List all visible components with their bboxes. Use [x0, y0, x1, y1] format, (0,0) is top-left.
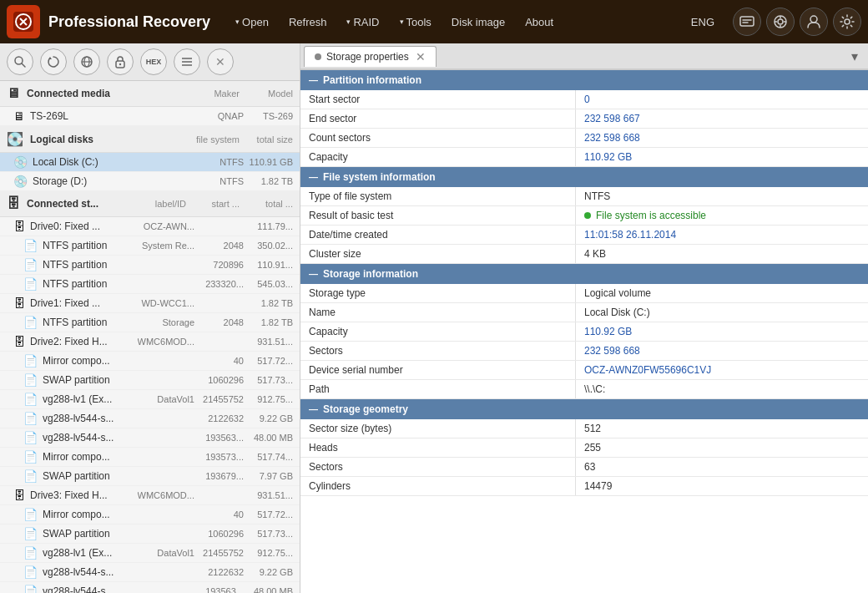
disk-c-size: 110.91 GB [247, 157, 293, 167]
prop-row-partition-info-0: Start sector0 [300, 90, 868, 109]
status-dot-1-1 [584, 212, 591, 219]
storage-item-start-13: 193679... [198, 471, 244, 481]
logical-disks-icon: 💽 [7, 131, 23, 147]
storage-item-start-14 [198, 490, 244, 500]
storage-properties-tab[interactable]: Storage properties ✕ [304, 46, 437, 67]
ld-col1: file system [189, 134, 240, 144]
prop-row-storage-info-5: Path\\.\C: [300, 380, 868, 399]
storage-item-11[interactable]: 📄vg288-lv544-s...193563...48.00 MB [0, 428, 300, 448]
storage-item-19[interactable]: 📄vg288-lv544-s...193563...48.00 MB [0, 582, 300, 593]
storage-item-9[interactable]: 📄vg288-lv1 (Ex...DataVol121455752912.75.… [0, 390, 300, 409]
svg-point-4 [778, 19, 783, 24]
storage-item-7[interactable]: 📄Mirror compo...40517.72... [0, 352, 300, 371]
prop-value-filesystem-info-1: File system is accessible [576, 206, 868, 225]
prop-value-storage-geometry-0: 512 [576, 419, 868, 438]
prop-value-partition-info-1: 232 598 667 [576, 109, 868, 128]
user-icon[interactable] [800, 8, 828, 36]
storage-item-total-1: 350.02... [247, 241, 293, 251]
storage-item-start-15: 40 [198, 509, 244, 520]
tab-close-btn[interactable]: ✕ [416, 50, 426, 63]
disk-d[interactable]: 💿 Storage (D:) NTFS 1.82 TB [0, 172, 300, 191]
menu-about[interactable]: About [517, 11, 562, 33]
storage-item-icon-19: 📄 [23, 585, 38, 593]
menu-open[interactable]: ▾ Open [227, 11, 277, 33]
storage-item-name-14: Drive3: Fixed H... [30, 489, 138, 501]
section-header-filesystem-info[interactable]: — File system information [300, 167, 868, 187]
storage-item-icon-6: 🗄 [13, 335, 25, 348]
storage-item-3[interactable]: 📄NTFS partition233320...545.03... [0, 275, 300, 294]
storage-item-start-17: 21455752 [198, 548, 244, 558]
logical-disks-header: 💽 Logical disks file system total size [0, 126, 300, 153]
close-tool-btn[interactable]: ✕ [207, 48, 234, 75]
messages-icon[interactable] [733, 8, 761, 36]
cs-col1: label/ID [136, 199, 186, 209]
menu-tools[interactable]: ▾ Tools [391, 11, 440, 33]
storage-item-18[interactable]: 📄vg288-lv544-s...21226329.22 GB [0, 563, 300, 582]
prop-label-partition-info-0: Start sector [300, 90, 576, 109]
storage-item-10[interactable]: 📄vg288-lv544-s...21226329.22 GB [0, 409, 300, 428]
disk-d-name: Storage (D:) [33, 175, 198, 187]
lock-tool-btn[interactable] [107, 48, 134, 75]
storage-item-name-16: SWAP partition [43, 528, 149, 540]
settings-icon[interactable] [833, 8, 861, 36]
storage-item-15[interactable]: 📄Mirror compo...40517.72... [0, 505, 300, 525]
prop-label-filesystem-info-3: Cluster size [300, 245, 576, 263]
menu-disk-image[interactable]: Disk image [443, 11, 513, 33]
storage-item-icon-1: 📄 [23, 239, 38, 252]
storage-item-start-18: 2122632 [198, 567, 244, 577]
prop-row-storage-info-0: Storage typeLogical volume [300, 284, 868, 303]
section-header-partition-info[interactable]: — Partition information [300, 70, 868, 90]
cs-label: Connected st... [27, 198, 98, 210]
storage-item-1[interactable]: 📄NTFS partitionSystem Re...2048350.02... [0, 236, 300, 256]
tab-dropdown-btn[interactable]: ▾ [845, 45, 865, 68]
lang-button[interactable]: ENG [683, 11, 723, 33]
storage-item-6[interactable]: 🗄Drive2: Fixed H...WMC6MOD...931.51... [0, 332, 300, 352]
tab-label: Storage properties [326, 51, 409, 63]
storage-item-total-5: 1.82 TB [247, 317, 293, 327]
storage-item-12[interactable]: 📄Mirror compo...193573...517.74... [0, 448, 300, 467]
device-model: TS-269 [247, 111, 293, 121]
app-logo [7, 5, 40, 38]
prop-row-filesystem-info-0: Type of file systemNTFS [300, 187, 868, 206]
prop-value-partition-info-3: 110.92 GB [576, 148, 868, 166]
storage-item-16[interactable]: 📄SWAP partition1060296517.73... [0, 525, 300, 544]
hex-tool-btn[interactable]: HEX [140, 48, 167, 75]
storage-item-label-13 [149, 471, 194, 481]
disk-d-size: 1.82 TB [247, 176, 293, 186]
menu-refresh[interactable]: Refresh [280, 11, 336, 33]
tree-area[interactable]: 🖥 Connected media Maker Model 🖥 TS-269L … [0, 81, 300, 593]
storage-item-14[interactable]: 🗄Drive3: Fixed H...WMC6MOD...931.51... [0, 486, 300, 505]
prop-label-storage-geometry-2: Sectors [300, 458, 576, 476]
list-tool-btn[interactable] [174, 48, 200, 75]
ld-col2: total size [243, 134, 293, 144]
storage-item-13[interactable]: 📄SWAP partition193679...7.97 GB [0, 467, 300, 486]
storage-item-name-5: NTFS partition [43, 317, 149, 328]
tool-strip: HEX ✕ [0, 43, 300, 81]
connected-storages-header: 🗄 Connected st... label/ID start ... tot… [0, 191, 300, 217]
storage-item-name-3: NTFS partition [43, 278, 149, 290]
connected-media-icon: 🖥 [7, 86, 20, 101]
storage-item-name-12: Mirror compo... [43, 451, 149, 463]
storage-item-total-13: 7.97 GB [247, 471, 293, 481]
storage-item-4[interactable]: 🗄Drive1: Fixed ...WD-WCC1...1.82 TB [0, 294, 300, 313]
film-icon[interactable] [766, 8, 795, 36]
storage-item-total-17: 912.75... [247, 548, 293, 558]
section-header-storage-geometry[interactable]: — Storage geometry [300, 399, 868, 419]
prop-label-partition-info-1: End sector [300, 109, 576, 128]
storage-item-2[interactable]: 📄NTFS partition720896110.91... [0, 256, 300, 275]
storage-item-0[interactable]: 🗄Drive0: Fixed ...OCZ-AWN...111.79... [0, 217, 300, 236]
network-tool-btn[interactable] [73, 48, 100, 75]
menu-raid[interactable]: ▾ RAID [338, 11, 387, 33]
storage-item-17[interactable]: 📄vg288-lv1 (Ex...DataVol121455752912.75.… [0, 544, 300, 563]
storage-item-name-2: NTFS partition [43, 259, 149, 271]
storage-item-icon-18: 📄 [23, 565, 38, 579]
search-tool-btn[interactable] [7, 48, 33, 75]
storage-item-total-9: 912.75... [247, 394, 293, 404]
disk-c[interactable]: 💿 Local Disk (C:) NTFS 110.91 GB [0, 153, 300, 172]
scan-tool-btn[interactable] [40, 48, 67, 75]
section-header-storage-info[interactable]: — Storage information [300, 264, 868, 284]
device-ts269l[interactable]: 🖥 TS-269L QNAP TS-269 [0, 107, 300, 126]
prop-row-storage-geometry-3: Cylinders14479 [300, 477, 868, 496]
storage-item-8[interactable]: 📄SWAP partition1060296517.73... [0, 371, 300, 390]
storage-item-5[interactable]: 📄NTFS partitionStorage20481.82 TB [0, 313, 300, 332]
